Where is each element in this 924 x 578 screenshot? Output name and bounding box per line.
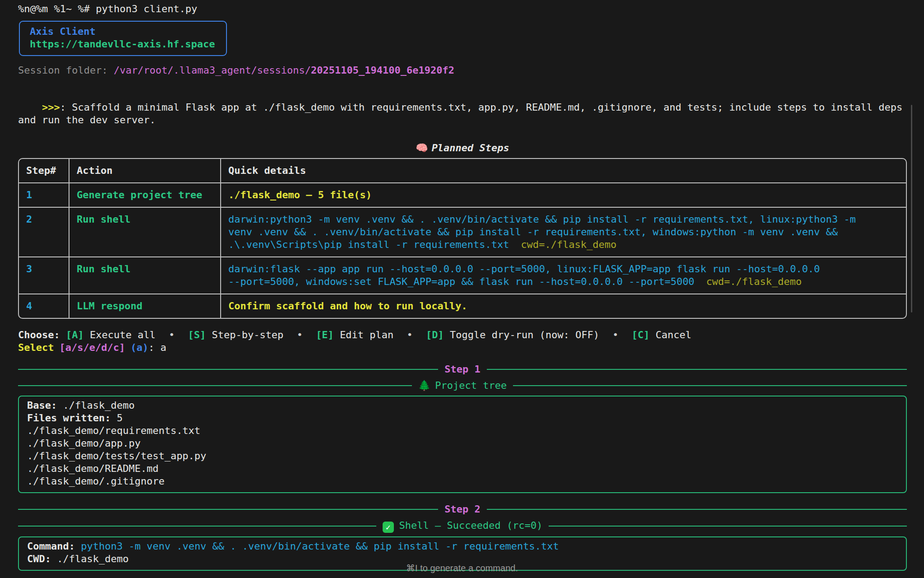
step-cwd: cwd=./flask_demo: [706, 276, 802, 287]
option-label-execute-all: Execute all: [90, 329, 156, 340]
plan-table-header-row: Step# Action Quick details: [19, 159, 906, 182]
step-action: LLM respond: [69, 294, 221, 318]
files-written-line: Files written: 5: [27, 412, 898, 424]
shell-result-title: Shell — Succeeded (rc=0): [399, 520, 543, 531]
project-tree-divider-label: 🌲Project tree: [418, 379, 507, 392]
command-value: python3 -m venv .venv && . .venv/bin/act…: [81, 541, 559, 552]
option-key-toggle-dry-run: [D]: [426, 329, 444, 340]
session-folder-path: /var/root/.llama3_agent/sessions/: [114, 65, 311, 76]
step1-divider-label: Step 1: [444, 363, 480, 376]
bullet-separator: •: [612, 329, 618, 340]
option-label-edit-plan: Edit plan: [340, 329, 393, 340]
col-header-step: Step#: [19, 159, 69, 182]
select-label: Select: [18, 342, 54, 353]
step-action: Run shell: [69, 208, 221, 256]
shell-result-label: ✓Shell — Succeeded (rc=0): [383, 519, 543, 533]
session-id: 20251105_194100_6e1920f2: [311, 65, 454, 76]
step-cwd: cwd=./flask_demo: [521, 239, 617, 250]
select-default: (a): [130, 342, 148, 353]
banner-url-link[interactable]: https://tandevllc-axis.hf.space: [30, 38, 215, 51]
user-request-text: : Scaffold a minimal Flask app at ./flas…: [18, 102, 902, 126]
command-label: Command:: [27, 541, 81, 552]
bullet-separator: •: [407, 329, 413, 340]
project-tree-divider: 🌲Project tree: [18, 379, 907, 392]
choose-label: Choose:: [18, 329, 60, 340]
option-key-edit-plan: [E]: [316, 329, 334, 340]
option-label-toggle-dry-run: Toggle dry-run (now: OFF): [450, 329, 599, 340]
option-label-cancel: Cancel: [656, 329, 691, 340]
file-path: ./flask_demo/app.py: [27, 437, 898, 450]
step-number: 1: [19, 183, 69, 207]
table-row: 1 Generate project tree ./flask_demo — 5…: [19, 182, 906, 207]
banner-title: Axis Client: [30, 25, 215, 38]
tree-icon: 🌲: [418, 380, 430, 391]
check-icon: ✓: [383, 522, 394, 533]
step-number: 2: [19, 208, 69, 256]
file-path: ./flask_demo/tests/test_app.py: [27, 450, 898, 462]
table-row: 4 LLM respond Confirm scaffold and how t…: [19, 294, 906, 318]
bullet-separator: •: [297, 329, 303, 340]
step2-divider-label: Step 2: [444, 503, 480, 516]
choose-menu-line: Choose: [A] Execute all • [S] Step-by-st…: [18, 329, 907, 341]
files-written-label: Files written:: [27, 412, 117, 424]
option-key-step-by-step: [S]: [188, 329, 206, 340]
brain-icon: 🧠: [416, 142, 428, 154]
col-header-details: Quick details: [221, 159, 906, 182]
axis-client-banner: Axis Client https://tandevllc-axis.hf.sp…: [19, 21, 227, 56]
project-tree-title: Project tree: [435, 380, 507, 391]
scrollbar[interactable]: [911, 105, 912, 312]
select-prompt-line: Select[a/s/e/d/c](a): a: [18, 341, 907, 354]
step1-divider: Step 1: [18, 363, 907, 376]
select-choices: [a/s/e/d/c]: [59, 342, 125, 353]
user-request-line: >>>: Scaffold a minimal Flask app at ./f…: [18, 89, 907, 139]
input-marker: >>>: [42, 102, 60, 113]
step-action: Run shell: [69, 257, 221, 294]
option-key-execute-all: [A]: [66, 329, 84, 340]
step-action: Generate project tree: [69, 183, 221, 207]
session-folder-label: Session folder:: [18, 65, 114, 76]
option-label-step-by-step: Step-by-step: [212, 329, 283, 340]
planned-steps-title: Planned Steps: [432, 142, 509, 154]
file-path: ./flask_demo/README.md: [27, 462, 898, 475]
select-input-value[interactable]: a: [160, 342, 166, 353]
terminal-content: %n@%m %1~ %# python3 client.py Axis Clie…: [0, 0, 924, 578]
step2-divider: Step 2: [18, 503, 907, 516]
step-details: Confirm scaffold and how to run locally.: [221, 294, 906, 318]
base-value: ./flask_demo: [63, 400, 134, 411]
files-written-count: 5: [117, 412, 123, 424]
base-label: Base:: [27, 400, 63, 411]
project-tree-box: Base: ./flask_demo Files written: 5 ./fl…: [18, 396, 907, 493]
bullet-separator: •: [169, 329, 175, 340]
base-line: Base: ./flask_demo: [27, 399, 898, 412]
option-key-cancel: [C]: [632, 329, 650, 340]
file-path: ./flask_demo/.gitignore: [27, 475, 898, 488]
shell-prompt-line: %n@%m %1~ %# python3 client.py: [18, 3, 907, 15]
step-details: darwin:python3 -m venv .venv && . .venv/…: [221, 208, 906, 256]
col-header-action: Action: [69, 159, 221, 182]
step-details: ./flask_demo — 5 file(s): [221, 183, 906, 207]
shell-result-divider: ✓Shell — Succeeded (rc=0): [18, 519, 907, 533]
step-details: darwin:flask --app app run --host=0.0.0.…: [221, 257, 906, 294]
select-colon: :: [148, 342, 161, 353]
plan-table: Step# Action Quick details 1 Generate pr…: [18, 158, 907, 319]
step-number: 3: [19, 257, 69, 294]
step-number: 4: [19, 294, 69, 318]
session-folder-line: Session folder: /var/root/.llama3_agent/…: [18, 64, 907, 77]
planned-steps-heading: 🧠Planned Steps: [18, 142, 907, 154]
command-line: Command: python3 -m venv .venv && . .ven…: [27, 540, 898, 553]
terminal-footer-hint: ⌘I to generate a command.: [0, 562, 924, 574]
table-row: 2 Run shell darwin:python3 -m venv .venv…: [19, 207, 906, 256]
table-row: 3 Run shell darwin:flask --app app run -…: [19, 256, 906, 294]
file-path: ./flask_demo/requirements.txt: [27, 424, 898, 437]
